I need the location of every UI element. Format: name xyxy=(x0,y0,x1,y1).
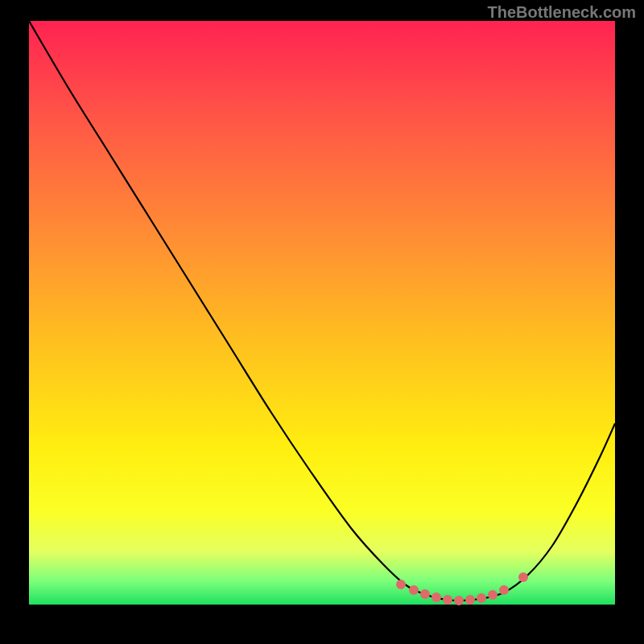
highlight-dot xyxy=(396,580,406,589)
marker-layer xyxy=(29,21,615,605)
highlight-dot xyxy=(488,590,497,600)
gradient-plot-area xyxy=(29,21,615,605)
highlight-dot xyxy=(443,595,452,605)
highlight-dot xyxy=(465,595,475,605)
highlight-dot xyxy=(477,593,486,603)
highlight-dot xyxy=(409,585,419,595)
highlight-dot xyxy=(518,572,528,582)
watermark-text: TheBottleneck.com xyxy=(488,3,636,22)
highlight-dot xyxy=(499,585,509,595)
highlight-dot xyxy=(454,596,464,605)
highlight-dot xyxy=(431,592,441,602)
highlight-dot xyxy=(420,589,430,599)
